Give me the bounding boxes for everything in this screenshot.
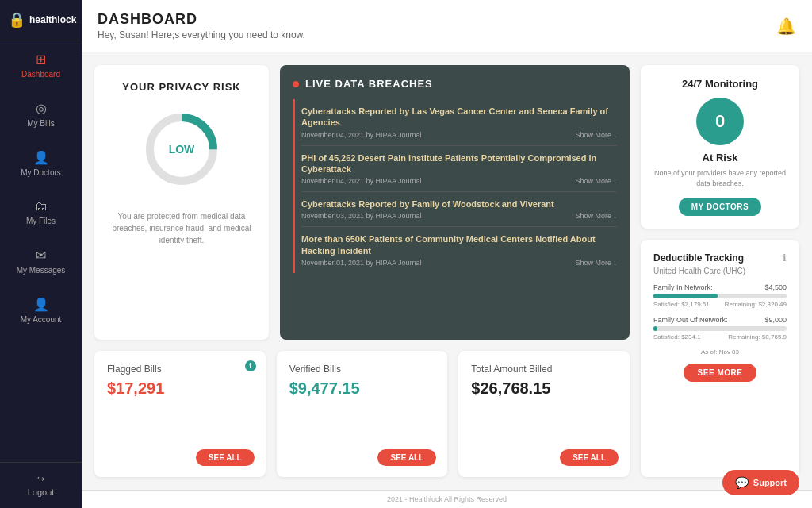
monitoring-description: None of your providers have any reported… (653, 168, 787, 188)
logout-icon: ↪ (37, 474, 44, 484)
privacy-risk-description: You are protected from medical data brea… (107, 210, 256, 246)
sidebar-item-messages[interactable]: ✉ My Messages (0, 237, 82, 286)
header-left: DASHBOARD Hey, Susan! Here;s everything … (98, 11, 305, 40)
dashboard-icon: ⊞ (36, 52, 46, 67)
sidebar-item-bills[interactable]: ◎ My Bills (0, 90, 82, 139)
sidebar-item-label: My Messages (17, 266, 66, 275)
breach-date: November 04, 2021 by HIPAA Journal (301, 177, 421, 185)
in-network-progress-bg (653, 294, 787, 298)
total-bills-card: Total Amount Billed $26,768.15 SEE ALL (458, 351, 630, 477)
sidebar-item-label: My Files (26, 217, 56, 225)
breach-date: November 03, 2021 by HIPAA Journal (301, 212, 421, 220)
page-title: DASHBOARD (98, 11, 305, 28)
logout-button[interactable]: ↪ Logout (0, 462, 82, 508)
deductible-title: Deductible Tracking (653, 252, 744, 264)
deductible-header: Deductible Tracking ℹ (653, 252, 787, 264)
family-in-network-label: Family In Network: (653, 283, 713, 291)
logo-icon: 🔒 (8, 11, 25, 29)
family-in-network-row: Family In Network: $4,500 (653, 283, 787, 291)
flagged-bills-title: Flagged Bills (107, 364, 253, 375)
deductible-info-icon[interactable]: ℹ (783, 252, 787, 264)
sidebar-item-account[interactable]: 👤 My Account (0, 286, 82, 335)
breach-item: PHI of 45,262 Desert Pain Institute Pati… (301, 146, 617, 193)
right-column: 24/7 Monitoring 0 At Risk None of your p… (641, 65, 799, 477)
in-network-remaining: Remaining: $2,320.49 (725, 301, 787, 308)
family-out-network-total: $9,000 (764, 316, 787, 324)
breach-date: November 01, 2021 by HIPAA Journal (301, 259, 421, 267)
breach-show-more[interactable]: Show More ↓ (575, 212, 617, 220)
files-icon: 🗂 (35, 199, 48, 214)
in-network-details: Satisfied: $2,179.51 Remaining: $2,320.4… (653, 301, 787, 308)
breaches-list: Cyberattacks Reported by Las Vegas Cance… (293, 99, 617, 273)
out-network-progress-fill (653, 326, 657, 331)
messages-icon: ✉ (36, 248, 46, 263)
breach-item: Cyberattacks Reported by Family of Woods… (301, 192, 617, 227)
monitoring-card: 24/7 Monitoring 0 At Risk None of your p… (641, 65, 799, 229)
in-network-satisfied: Satisfied: $2,179.51 (653, 301, 710, 308)
breach-item: More than 650K Patients of Community Med… (301, 227, 617, 273)
sidebar-logo: 🔒 healthlock (0, 0, 82, 40)
verified-bills-card: Verified Bills $9,477.15 SEE ALL (277, 351, 448, 477)
my-doctors-button[interactable]: MY DOCTORS (679, 198, 761, 216)
header: DASHBOARD Hey, Susan! Here;s everything … (82, 0, 812, 52)
flagged-bills-see-all-button[interactable]: SEE ALL (196, 449, 255, 466)
breach-title: More than 650K Patients of Community Med… (301, 233, 617, 256)
support-button[interactable]: 💬 Support (722, 470, 799, 495)
out-network-satisfied: Satisfied: $234.1 (653, 333, 701, 341)
live-breaches-card: LIVE DATA BREACHES Cyberattacks Reported… (280, 65, 630, 340)
monitoring-at-risk-label: At Risk (653, 152, 787, 164)
breach-meta: November 04, 2021 by HIPAA Journal Show … (301, 177, 617, 185)
page-subtitle: Hey, Susan! Here;s everything you need t… (98, 29, 305, 40)
sidebar-item-doctors[interactable]: 👤 My Doctors (0, 139, 82, 188)
deductible-insurer: United Health Care (UHC) (653, 267, 787, 275)
out-network-details: Satisfied: $234.1 Remaining: $8,765.9 (653, 333, 787, 341)
flagged-bills-amount: $17,291 (107, 379, 253, 398)
in-network-progress-fill (653, 294, 718, 298)
sidebar-item-label: My Account (21, 315, 62, 324)
support-icon: 💬 (735, 476, 749, 489)
privacy-risk-level: LOW (169, 143, 195, 156)
breach-meta: November 01, 2021 by HIPAA Journal Show … (301, 259, 617, 267)
as-of-date: As of: Nov 03 (653, 348, 787, 356)
logout-label: Logout (28, 487, 55, 497)
family-in-network-total: $4,500 (764, 283, 787, 291)
privacy-risk-card: YOUR PRIVACY RISK LOW You are protected … (94, 65, 269, 340)
family-out-network-label: Family Out Of Network: (653, 316, 728, 324)
total-bills-title: Total Amount Billed (471, 364, 617, 375)
notification-bell-icon[interactable]: 🔔 (776, 17, 796, 36)
verified-bills-see-all-button[interactable]: SEE ALL (377, 449, 436, 466)
sidebar-item-dashboard[interactable]: ⊞ Dashboard (0, 40, 82, 90)
doctors-icon: 👤 (33, 150, 49, 165)
breach-show-more[interactable]: Show More ↓ (575, 177, 617, 185)
family-out-network-section: Family Out Of Network: $9,000 Satisfied:… (653, 316, 787, 341)
breach-show-more[interactable]: Show More ↓ (575, 131, 617, 139)
sidebar-item-label: My Doctors (21, 168, 61, 177)
total-bills-amount: $26,768.15 (471, 379, 617, 398)
breach-item: Cyberattacks Reported by Las Vegas Cance… (301, 99, 617, 146)
sidebar-item-files[interactable]: 🗂 My Files (0, 188, 82, 237)
live-breaches-title: LIVE DATA BREACHES (305, 78, 433, 90)
support-label: Support (753, 478, 787, 487)
total-bills-see-all-button[interactable]: SEE ALL (560, 449, 619, 466)
breach-date: November 04, 2021 by HIPAA Journal (301, 131, 421, 139)
see-more-button[interactable]: SEE MORE (684, 364, 757, 382)
footer-text: 2021 - Healthlock All Rights Reserved (387, 495, 507, 503)
live-indicator-dot (293, 81, 299, 87)
sidebar-item-label: Dashboard (21, 70, 60, 79)
footer: 2021 - Healthlock All Rights Reserved (82, 490, 812, 508)
flagged-bills-card: ℹ Flagged Bills $17,291 SEE ALL (94, 351, 266, 477)
breach-title: Cyberattacks Reported by Las Vegas Cance… (301, 106, 617, 129)
breach-show-more[interactable]: Show More ↓ (575, 259, 617, 267)
family-out-network-row: Family Out Of Network: $9,000 (653, 316, 787, 324)
sidebar: 🔒 healthlock ⊞ Dashboard ◎ My Bills 👤 My… (0, 0, 82, 508)
out-network-remaining: Remaining: $8,765.9 (728, 333, 787, 341)
flagged-bills-info-icon[interactable]: ℹ (245, 360, 256, 371)
account-icon: 👤 (33, 297, 49, 312)
sidebar-item-label: My Bills (27, 119, 54, 128)
verified-bills-amount: $9,477.15 (289, 379, 435, 398)
live-breaches-header: LIVE DATA BREACHES (293, 78, 617, 90)
bills-row: ℹ Flagged Bills $17,291 SEE ALL Verified… (94, 351, 630, 477)
deductible-card: Deductible Tracking ℹ United Health Care… (641, 240, 799, 477)
out-network-progress-bg (653, 326, 787, 331)
bills-icon: ◎ (36, 101, 47, 116)
